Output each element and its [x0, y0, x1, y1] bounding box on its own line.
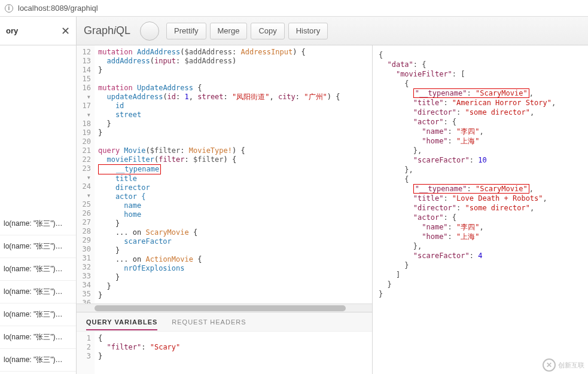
scrollbar-thumb[interactable]: [95, 305, 346, 311]
execute-button[interactable]: [140, 22, 159, 41]
vars-code[interactable]: { "filter": "Scary" }: [95, 332, 372, 374]
line-gutter: 1213141516 ▾17 ▾181920212223 ▾24 ▾252627…: [77, 45, 95, 304]
merge-button[interactable]: Merge: [210, 23, 248, 39]
variables-editor[interactable]: 123 { "filter": "Scary" }: [77, 331, 372, 374]
tab-query-variables[interactable]: QUERY VARIABLES: [86, 318, 157, 330]
history-item[interactable]: lo(name: "张三")…: [0, 304, 76, 326]
vars-gutter: 123: [77, 332, 95, 374]
history-title: ory: [6, 26, 18, 35]
query-code[interactable]: mutation AddAddress($addAddress: Address…: [95, 45, 372, 304]
info-icon: i: [5, 4, 13, 13]
history-item[interactable]: lo(name: "张三")…: [0, 281, 76, 304]
query-editor[interactable]: 1213141516 ▾17 ▾181920212223 ▾24 ▾252627…: [77, 45, 372, 304]
copy-button[interactable]: Copy: [251, 23, 284, 39]
history-item[interactable]: lo(name: "张三")…: [0, 349, 76, 372]
history-panel: ory ✕ lo(name: "张三")… lo(name: "张三")… lo…: [0, 17, 77, 374]
history-header: ory ✕: [0, 17, 76, 45]
prettify-button[interactable]: Prettify: [166, 23, 206, 39]
typename-highlight: __typename: [98, 164, 161, 174]
close-icon[interactable]: ✕: [61, 24, 70, 38]
url-text: localhost:8089/graphiql: [18, 4, 98, 13]
typename-result-highlight: "__typename": "ScaryMovie": [413, 184, 529, 194]
history-list: lo(name: "张三")… lo(name: "张三")… lo(name:…: [0, 45, 76, 374]
history-button[interactable]: History: [288, 23, 328, 39]
variables-tabs: QUERY VARIABLES REQUEST HEADERS: [77, 312, 372, 331]
editor-panel: GraphiQL Prettify Merge Copy History 121…: [77, 17, 588, 374]
history-item[interactable]: lo(name: "张三")…: [0, 258, 76, 281]
history-item[interactable]: lo(name: "张三")…: [0, 326, 76, 349]
history-item[interactable]: lo(name: "张三")…: [0, 213, 76, 235]
horizontal-scrollbar[interactable]: [77, 304, 372, 312]
result-panel[interactable]: { "data": { "movieFilter": [ { "__typena…: [373, 45, 588, 374]
toolbar: GraphiQL Prettify Merge Copy History: [77, 17, 588, 45]
address-bar[interactable]: i localhost:8089/graphiql: [0, 0, 588, 17]
graphiql-logo: GraphiQL: [84, 24, 130, 37]
tab-request-headers[interactable]: REQUEST HEADERS: [172, 318, 246, 326]
left-editor: 1213141516 ▾17 ▾181920212223 ▾24 ▾252627…: [77, 45, 373, 374]
history-item[interactable]: lo(name: "张三")…: [0, 235, 76, 258]
typename-result-highlight: "__typename": "ScaryMovie": [413, 88, 529, 98]
